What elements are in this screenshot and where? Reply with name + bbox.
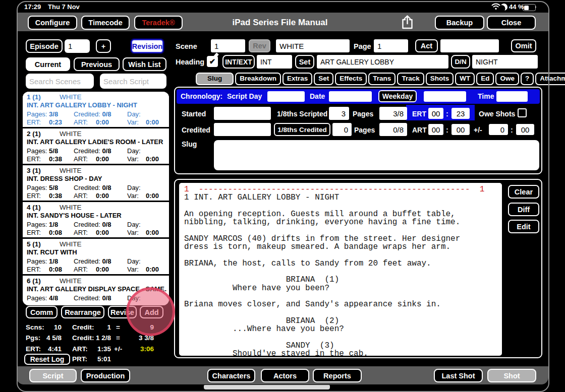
ert-hours-field[interactable] (428, 108, 443, 119)
art-label: ART (412, 126, 427, 134)
tab-extras[interactable]: Extras (282, 73, 312, 85)
art-hours-field[interactable] (428, 124, 443, 135)
tab-current[interactable]: Current (26, 57, 70, 71)
rev-button[interactable]: Rev (249, 39, 270, 52)
date-field[interactable] (329, 91, 372, 102)
script-text-view[interactable]: 1 --------------------------------------… (179, 183, 502, 356)
moon-icon (500, 4, 507, 11)
credited-field[interactable] (214, 123, 271, 136)
tab-owe[interactable]: Owe (495, 73, 519, 85)
scene-list-item-5[interactable]: 5 (1) WHITE INT. RCUT WITH Pages: 1/8 Cr… (23, 237, 169, 274)
act-field[interactable] (440, 39, 499, 52)
tab-breakdown[interactable]: Breakdown (235, 73, 281, 85)
configure-button[interactable]: Configure (28, 16, 77, 30)
page-number-field[interactable] (374, 39, 408, 52)
script-section-button[interactable]: Script (29, 369, 77, 382)
backup-button[interactable]: Backup (435, 16, 484, 30)
pgs-value: 4 5/8 (33, 334, 62, 342)
reports-button[interactable]: Reports (313, 369, 362, 382)
revision-button[interactable]: Revision (131, 39, 163, 53)
diff-button[interactable]: Diff (508, 203, 539, 216)
omit-button[interactable]: Omit (511, 39, 536, 52)
tab-attachments[interactable]: Attachments (535, 73, 565, 85)
script-body-text: 1 INT. ART GALLERY LOBBY - NIGHT An open… (179, 193, 502, 356)
script-day-field[interactable] (267, 91, 305, 102)
heading-checked-icon[interactable]: ✔ (207, 56, 218, 67)
int-ext-field[interactable] (257, 55, 292, 69)
plusminus-colon: : (511, 126, 513, 134)
tab-previous[interactable]: Previous (74, 57, 120, 71)
pages-scripted-field[interactable] (379, 107, 407, 120)
battery-icon (523, 4, 536, 11)
scene-list-item-3[interactable]: 3 (1) WHITE INT. DRESS SHOP - DAY Pages:… (23, 164, 169, 201)
edit-button[interactable]: Edit (508, 220, 539, 233)
day-night-field[interactable] (472, 55, 538, 69)
started-field[interactable] (214, 107, 271, 120)
scene-list: 1 (1) WHITE INT. ART GALLERY LOBBY - NIG… (23, 92, 169, 305)
tab-slug[interactable]: Slug (196, 73, 234, 85)
tab-track[interactable]: Track (397, 73, 424, 85)
share-icon[interactable] (401, 15, 414, 30)
search-scenes-input[interactable] (26, 74, 94, 89)
episode-button[interactable]: Episode (26, 39, 63, 53)
comm-button[interactable]: Comm (26, 306, 58, 318)
scene-list-item-6[interactable]: 6 (1) WHITE INT. ART GALLERY DISPLAY SPA… (23, 274, 169, 305)
add-button[interactable]: Add (140, 306, 163, 318)
pages-credited-field[interactable] (379, 123, 407, 136)
chronology-bar: Chronology: Script Day Date Weekday Time (177, 89, 540, 104)
tab-set[interactable]: Set (314, 73, 333, 85)
tab-question[interactable]: ? (521, 73, 534, 85)
home-indicator-bar[interactable] (204, 385, 330, 389)
tab-wish-list[interactable]: Wish List (123, 57, 166, 71)
tab-trans[interactable]: Trans (368, 73, 396, 85)
characters-button[interactable]: Characters (207, 369, 255, 382)
plusminus-minutes-field[interactable] (516, 124, 534, 135)
teradek-button[interactable]: Teradek® (134, 16, 183, 30)
rearrange-button[interactable]: Rearrange (61, 306, 104, 318)
weekday-button[interactable]: Weekday (378, 90, 417, 102)
weekday-field[interactable] (424, 91, 466, 102)
revise-button[interactable]: Revise (108, 306, 137, 318)
shot-button[interactable]: Shot (487, 369, 536, 382)
app-screen: 17:29 Thu 7 Nov 44 % Configure Timecode … (0, 0, 565, 392)
close-button[interactable]: Close (487, 16, 536, 30)
tab-effects[interactable]: Effects (335, 73, 367, 85)
eighths-credited-field[interactable] (332, 123, 352, 136)
reset-log-button[interactable]: Reset Log (24, 354, 70, 365)
art-minutes-field[interactable] (451, 124, 470, 135)
plusminus-hours-field[interactable] (489, 124, 508, 135)
owe-shots-checkbox[interactable] (518, 108, 527, 117)
scene-color-field[interactable] (276, 39, 350, 52)
pages-scripted-label: Pages (353, 110, 373, 118)
timecode-button[interactable]: Timecode (81, 16, 130, 30)
scene-number-field[interactable] (211, 39, 245, 52)
int-ext-button[interactable]: INT/EXT (222, 55, 255, 69)
scns-equals: = (116, 323, 120, 331)
tab-wt[interactable]: WT (455, 73, 475, 85)
scene-list-item-1[interactable]: 1 (1) WHITE INT. ART GALLERY LOBBY - NIG… (23, 92, 169, 127)
search-script-input[interactable] (100, 74, 166, 89)
actors-button[interactable]: Actors (261, 369, 309, 382)
detail-tabs: Slug Breakdown Extras Set Effects Trans … (196, 73, 565, 85)
episode-number-field[interactable] (65, 39, 90, 53)
act-button[interactable]: Act (415, 39, 438, 52)
set-button[interactable]: Set (295, 55, 314, 69)
add-episode-button[interactable]: + (96, 39, 111, 53)
ert-minutes-field[interactable] (451, 108, 470, 119)
tab-ed[interactable]: Ed (476, 73, 494, 85)
tab-shots[interactable]: Shots (426, 73, 454, 85)
ert-colon: : (446, 110, 448, 118)
production-section-button[interactable]: Production (81, 369, 130, 382)
set-field[interactable] (317, 55, 448, 69)
scene-list-item-4[interactable]: 4 (1) WHITE INT. SANDY'S HOUSE - LATER P… (23, 201, 169, 237)
time-field[interactable] (496, 91, 528, 102)
last-shot-button[interactable]: Last Shot (434, 369, 483, 382)
scene-list-item-2[interactable]: 2 (1) WHITE INT. ART GALLERY LADIE'S ROO… (23, 127, 169, 164)
eighths-scripted-field[interactable] (329, 107, 349, 120)
day-night-button[interactable]: D/N (451, 55, 470, 69)
eighths-credited-button[interactable]: 1/8ths Credited (274, 123, 330, 136)
pgs-credit-value: 1 2/8 (85, 334, 111, 342)
art-total-value: 1:35 (85, 345, 111, 353)
slug-textarea[interactable] (214, 140, 539, 170)
clear-button[interactable]: Clear (508, 185, 539, 199)
